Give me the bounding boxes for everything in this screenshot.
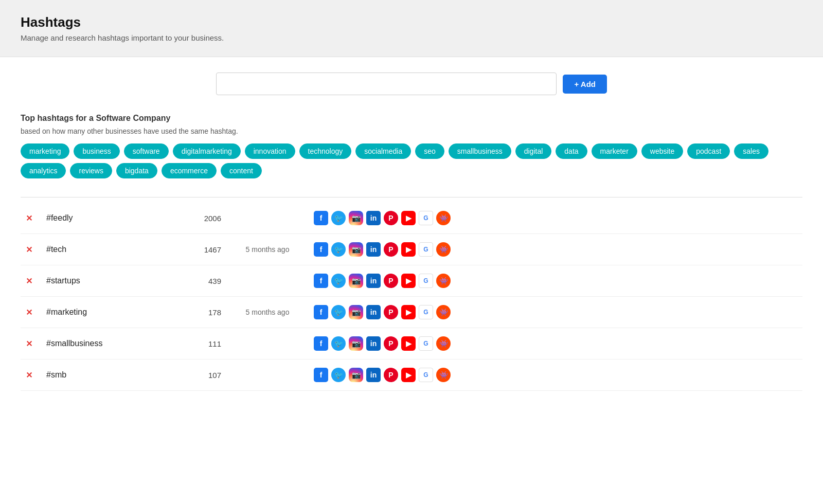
suggestion-tag[interactable]: data (556, 143, 587, 159)
yt-icon[interactable]: ▶ (401, 211, 416, 225)
delete-icon[interactable]: ✕ (26, 214, 32, 223)
tw-icon[interactable]: 🐦 (331, 242, 346, 257)
rd-icon[interactable]: 👾 (436, 336, 451, 351)
yt-icon[interactable]: ▶ (401, 368, 416, 382)
ig-icon[interactable]: 📷 (349, 242, 363, 257)
ig-icon[interactable]: 📷 (349, 305, 363, 319)
suggestion-tag[interactable]: marketing (21, 143, 69, 159)
fb-icon[interactable]: f (314, 274, 328, 288)
suggestion-tag[interactable]: content (221, 163, 262, 178)
go-icon[interactable]: G (419, 305, 433, 319)
fb-icon[interactable]: f (314, 211, 328, 225)
suggestion-tag[interactable]: business (74, 143, 119, 159)
rd-icon[interactable]: 👾 (436, 242, 451, 257)
table-row: ✕#feedly2006f🐦📷inP▶G👾 (21, 203, 802, 234)
delete-icon[interactable]: ✕ (26, 245, 32, 254)
go-icon[interactable]: G (419, 336, 433, 351)
suggestion-tag[interactable]: socialmedia (355, 143, 411, 159)
pi-icon[interactable]: P (384, 242, 398, 257)
li-icon[interactable]: in (366, 242, 381, 257)
delete-icon[interactable]: ✕ (26, 339, 32, 348)
tag-list: marketingbusinesssoftwaredigitalmarketin… (21, 143, 802, 178)
ig-icon[interactable]: 📷 (349, 274, 363, 288)
li-icon[interactable]: in (366, 274, 381, 288)
suggestion-tag[interactable]: seo (415, 143, 444, 159)
yt-icon[interactable]: ▶ (401, 305, 416, 319)
social-icons: f🐦📷inP▶G👾 (314, 368, 797, 382)
rd-icon[interactable]: 👾 (436, 211, 451, 225)
tw-icon[interactable]: 🐦 (331, 305, 346, 319)
delete-icon[interactable]: ✕ (26, 371, 32, 380)
go-icon[interactable]: G (419, 242, 433, 257)
delete-icon[interactable]: ✕ (26, 308, 32, 317)
rd-icon[interactable]: 👾 (436, 274, 451, 288)
go-icon[interactable]: G (419, 368, 433, 382)
hashtag-count: 178 (185, 297, 226, 328)
li-icon[interactable]: in (366, 305, 381, 319)
fb-icon[interactable]: f (314, 368, 328, 382)
yt-icon[interactable]: ▶ (401, 336, 416, 351)
hashtag-date (226, 328, 309, 359)
suggestion-tag[interactable]: analytics (21, 163, 66, 178)
hashtag-count: 111 (185, 328, 226, 359)
li-icon[interactable]: in (366, 336, 381, 351)
pi-icon[interactable]: P (384, 368, 398, 382)
fb-icon[interactable]: f (314, 336, 328, 351)
hashtag-count: 1467 (185, 234, 226, 265)
tw-icon[interactable]: 🐦 (331, 368, 346, 382)
add-hashtag-button[interactable]: + Add (563, 75, 607, 94)
hashtag-name: #tech (41, 234, 185, 265)
fb-icon[interactable]: f (314, 305, 328, 319)
suggestion-tag[interactable]: podcast (687, 143, 730, 159)
suggestion-tag[interactable]: sales (734, 143, 768, 159)
suggestion-tag[interactable]: marketer (592, 143, 637, 159)
tw-icon[interactable]: 🐦 (331, 211, 346, 225)
hashtag-count: 439 (185, 265, 226, 297)
go-icon[interactable]: G (419, 274, 433, 288)
go-icon[interactable]: G (419, 211, 433, 225)
suggestion-tag[interactable]: bigdata (116, 163, 157, 178)
yt-icon[interactable]: ▶ (401, 274, 416, 288)
ig-icon[interactable]: 📷 (349, 368, 363, 382)
tw-icon[interactable]: 🐦 (331, 336, 346, 351)
rd-icon[interactable]: 👾 (436, 368, 451, 382)
ig-icon[interactable]: 📷 (349, 336, 363, 351)
pi-icon[interactable]: P (384, 336, 398, 351)
table-row: ✕#smb107f🐦📷inP▶G👾 (21, 359, 802, 391)
social-icons: f🐦📷inP▶G👾 (314, 305, 797, 319)
social-icons: f🐦📷inP▶G👾 (314, 211, 797, 225)
suggestion-tag[interactable]: smallbusiness (449, 143, 511, 159)
suggestions-subtitle: based on how many other businesses have … (21, 127, 802, 135)
pi-icon[interactable]: P (384, 211, 398, 225)
suggestion-tag[interactable]: software (124, 143, 169, 159)
li-icon[interactable]: in (366, 211, 381, 225)
suggestion-tag[interactable]: reviews (70, 163, 112, 178)
suggestion-tag[interactable]: technology (299, 143, 352, 159)
page-title: Hashtags (21, 14, 802, 30)
pi-icon[interactable]: P (384, 305, 398, 319)
social-icons: f🐦📷inP▶G👾 (314, 242, 797, 257)
tw-icon[interactable]: 🐦 (331, 274, 346, 288)
li-icon[interactable]: in (366, 368, 381, 382)
hashtag-date (226, 203, 309, 234)
ig-icon[interactable]: 📷 (349, 211, 363, 225)
hashtag-count: 107 (185, 359, 226, 391)
hashtag-name: #smb (41, 359, 185, 391)
suggestion-tag[interactable]: digital (515, 143, 552, 159)
suggestion-tag[interactable]: website (641, 143, 683, 159)
hashtag-name: #marketing (41, 297, 185, 328)
suggestion-tag[interactable]: innovation (245, 143, 295, 159)
fb-icon[interactable]: f (314, 242, 328, 257)
rd-icon[interactable]: 👾 (436, 305, 451, 319)
yt-icon[interactable]: ▶ (401, 242, 416, 257)
delete-icon[interactable]: ✕ (26, 277, 32, 285)
suggestion-tag[interactable]: digitalmarketing (173, 143, 241, 159)
suggestion-tag[interactable]: ecommerce (162, 163, 217, 178)
suggestions-title: Top hashtags for a Software Company (21, 114, 802, 123)
pi-icon[interactable]: P (384, 274, 398, 288)
page-subtitle: Manage and research hashtags important t… (21, 33, 802, 42)
page-header: Hashtags Manage and research hashtags im… (0, 0, 823, 57)
section-divider (21, 197, 802, 197)
hashtag-name: #smallbusiness (41, 328, 185, 359)
hashtag-search-input[interactable] (216, 73, 557, 95)
